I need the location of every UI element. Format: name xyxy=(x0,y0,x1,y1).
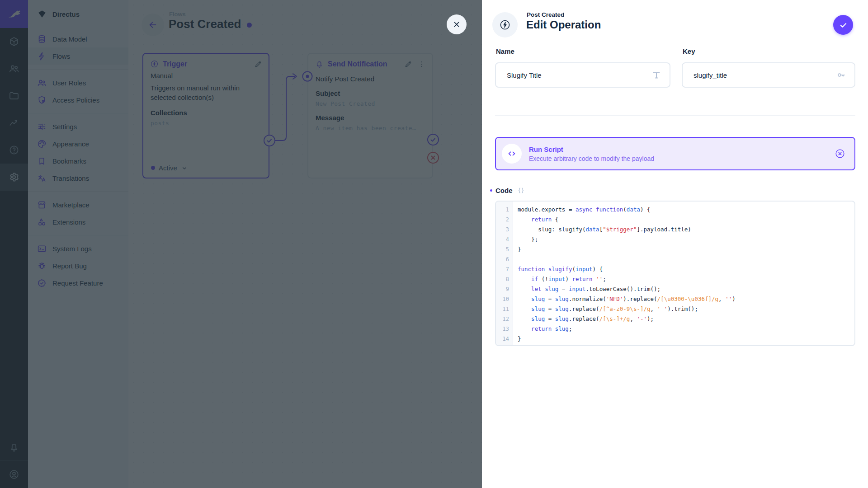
line-number: 14 xyxy=(496,334,513,344)
operation-type-badge xyxy=(492,12,518,38)
code-icon-badge xyxy=(502,144,522,164)
line-number: 9 xyxy=(496,284,513,294)
line-number: 10 xyxy=(496,294,513,304)
code-line: slug: slugify(data["$trigger"].payload.t… xyxy=(518,225,736,235)
code-line: }; xyxy=(518,235,736,244)
divider xyxy=(495,115,855,116)
directus-app: Directus Data ModelFlowsUser RolesAccess… xyxy=(0,0,868,488)
code-line: } xyxy=(518,334,736,344)
edited-indicator-dot xyxy=(490,189,492,192)
key-field xyxy=(682,62,855,88)
code-line: slug = slug.replace(/[^a-z0-9\s-]/g, ' '… xyxy=(518,304,736,314)
line-numbers: 1234567891011121314 xyxy=(496,202,513,345)
line-number: 2 xyxy=(496,215,513,225)
code-field-label: Code xyxy=(495,187,513,194)
line-number: 7 xyxy=(496,264,513,274)
name-field xyxy=(495,62,670,88)
close-icon xyxy=(452,20,461,29)
code-content: module.exports = async function(data) { … xyxy=(513,202,736,345)
line-number: 8 xyxy=(496,274,513,284)
code-line: module.exports = async function(data) { xyxy=(518,205,736,215)
key-input[interactable] xyxy=(683,71,836,79)
key-icon xyxy=(836,70,846,80)
key-field-label: Key xyxy=(683,47,695,55)
line-number: 5 xyxy=(496,244,513,254)
line-number: 4 xyxy=(496,235,513,244)
drawer-overlay[interactable] xyxy=(0,0,482,488)
close-circle-icon[interactable] xyxy=(835,148,845,159)
drawer-breadcrumb: Post Created xyxy=(527,11,564,18)
line-number: 6 xyxy=(496,254,513,264)
run-script-card[interactable]: Run Script Execute arbitrary code to mod… xyxy=(495,137,855,170)
title-icon xyxy=(651,70,661,80)
run-script-subtitle: Execute arbitrary code to modify the pay… xyxy=(529,155,835,162)
code-line: slug = slug.replace(/[\s-]+/g, '-'); xyxy=(518,314,736,324)
line-number: 12 xyxy=(496,314,513,324)
code-line: return { xyxy=(518,215,736,225)
code-line: } xyxy=(518,244,736,254)
code-line: let slug = input.toLowerCase().trim(); xyxy=(518,284,736,294)
code-line: slug = slug.normalize('NFD').replace(/[\… xyxy=(518,294,736,304)
name-input[interactable] xyxy=(496,71,651,79)
save-button[interactable] xyxy=(833,15,853,35)
name-field-label: Name xyxy=(496,47,514,55)
code-field-header: Code xyxy=(490,187,525,194)
code-editor[interactable]: 1234567891011121314 module.exports = asy… xyxy=(495,201,855,346)
code-line: function slugify(input) { xyxy=(518,264,736,274)
code-icon xyxy=(507,149,517,159)
line-number: 13 xyxy=(496,324,513,334)
run-script-title: Run Script xyxy=(529,145,835,153)
drawer-title: Edit Operation xyxy=(526,19,601,31)
line-number: 3 xyxy=(496,225,513,235)
line-number: 1 xyxy=(496,205,513,215)
edit-operation-drawer: Post Created Edit Operation Name Key Run… xyxy=(482,0,868,488)
close-drawer-button[interactable] xyxy=(447,14,467,34)
code-line: return slug; xyxy=(518,324,736,334)
line-number: 11 xyxy=(496,304,513,314)
flash-circle-icon xyxy=(499,19,511,31)
braces-icon xyxy=(517,187,525,194)
code-line: if (!input) return ''; xyxy=(518,274,736,284)
check-icon xyxy=(839,20,848,30)
code-line xyxy=(518,254,736,264)
